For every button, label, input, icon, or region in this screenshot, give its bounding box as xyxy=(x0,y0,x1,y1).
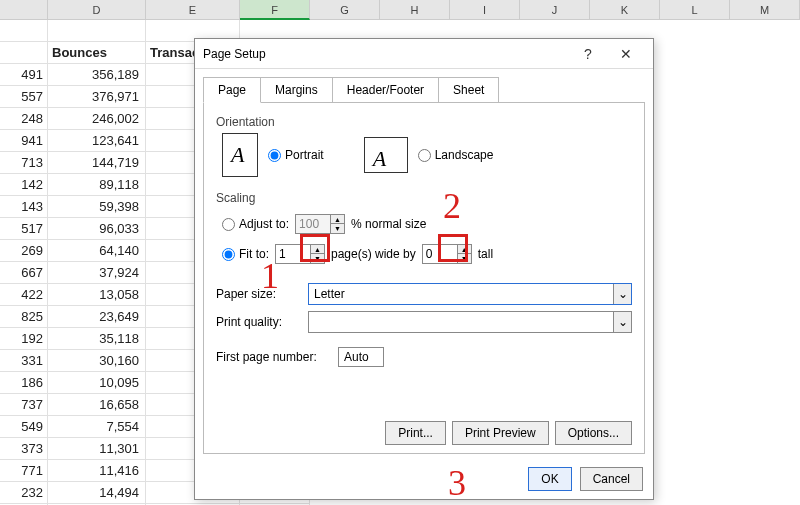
landscape-radio-label: Landscape xyxy=(435,148,494,162)
dialog-footer: OK Cancel xyxy=(528,467,643,491)
paper-size-label: Paper size: xyxy=(216,287,300,301)
paper-size-value: Letter xyxy=(309,284,613,304)
portrait-radio-input[interactable] xyxy=(268,149,281,162)
cancel-button[interactable]: Cancel xyxy=(580,467,643,491)
ok-button[interactable]: OK xyxy=(528,467,571,491)
page-setup-dialog: Page Setup ? ✕ PageMarginsHeader/FooterS… xyxy=(194,38,654,500)
column-header[interactable]: H xyxy=(380,0,450,20)
dialog-titlebar: Page Setup ? ✕ xyxy=(195,39,653,69)
print-quality-row: Print quality: ⌄ xyxy=(216,311,632,333)
column-header[interactable]: G xyxy=(310,0,380,20)
help-icon[interactable]: ? xyxy=(569,46,607,62)
adjust-to-label: Adjust to: xyxy=(239,217,289,231)
tab-header-footer[interactable]: Header/Footer xyxy=(332,77,439,103)
column-header[interactable]: D xyxy=(48,0,146,20)
scaling-group: Adjust to: ▲▼ % normal size Fit to: ▲▼ p… xyxy=(222,209,632,269)
print-quality-dropdown[interactable]: ⌄ xyxy=(308,311,632,333)
spinner-down-icon[interactable]: ▼ xyxy=(310,254,324,263)
print-quality-label: Print quality: xyxy=(216,315,300,329)
spinner-up-icon[interactable]: ▲ xyxy=(310,245,324,254)
landscape-icon xyxy=(364,137,408,173)
column-header[interactable]: L xyxy=(660,0,730,20)
fit-wide-suffix: page(s) wide by xyxy=(331,247,416,261)
fit-tall-suffix: tall xyxy=(478,247,493,261)
portrait-icon xyxy=(222,133,258,177)
first-page-row: First page number: Auto xyxy=(216,347,632,367)
close-icon[interactable]: ✕ xyxy=(607,46,645,62)
column-header[interactable]: E xyxy=(146,0,240,20)
chevron-down-icon[interactable]: ⌄ xyxy=(613,284,631,304)
fit-to-label: Fit to: xyxy=(239,247,269,261)
orientation-label: Orientation xyxy=(216,115,632,129)
adjust-to-radio[interactable]: Adjust to: xyxy=(222,217,289,231)
column-header[interactable]: J xyxy=(520,0,590,20)
print-button[interactable]: Print... xyxy=(385,421,446,445)
print-quality-value xyxy=(309,312,613,332)
callout-number-3: 3 xyxy=(448,462,466,504)
first-page-input[interactable]: Auto xyxy=(338,347,384,367)
fit-tall-spinner[interactable]: ▲▼ xyxy=(422,244,472,264)
spinner-down-icon[interactable]: ▼ xyxy=(330,224,344,233)
fit-to-radio-input[interactable] xyxy=(222,248,235,261)
fit-tall-input[interactable] xyxy=(423,245,457,263)
landscape-radio-input[interactable] xyxy=(418,149,431,162)
first-page-label: First page number: xyxy=(216,350,330,364)
panel-buttons: Print... Print Preview Options... xyxy=(385,421,632,445)
adjust-to-suffix: % normal size xyxy=(351,217,426,231)
portrait-radio-label: Portrait xyxy=(285,148,324,162)
options-button[interactable]: Options... xyxy=(555,421,632,445)
print-preview-button[interactable]: Print Preview xyxy=(452,421,549,445)
fit-wide-spinner[interactable]: ▲▼ xyxy=(275,244,325,264)
adjust-to-radio-input[interactable] xyxy=(222,218,235,231)
spinner-up-icon[interactable]: ▲ xyxy=(457,245,471,254)
portrait-radio[interactable]: Portrait xyxy=(268,148,324,162)
chevron-down-icon[interactable]: ⌄ xyxy=(613,312,631,332)
tab-page[interactable]: Page xyxy=(203,77,261,103)
column-header[interactable]: K xyxy=(590,0,660,20)
column-header[interactable]: M xyxy=(730,0,800,20)
column-header[interactable]: F xyxy=(240,0,310,20)
header-bounces[interactable]: Bounces xyxy=(48,42,146,64)
spinner-down-icon[interactable]: ▼ xyxy=(457,254,471,263)
column-header[interactable]: I xyxy=(450,0,520,20)
dialog-tabs: PageMarginsHeader/FooterSheet xyxy=(195,69,653,103)
paper-size-row: Paper size: Letter ⌄ xyxy=(216,283,632,305)
page-tab-panel: Orientation Portrait Landscape Scaling A… xyxy=(203,102,645,454)
tab-margins[interactable]: Margins xyxy=(260,77,333,103)
landscape-radio[interactable]: Landscape xyxy=(418,148,494,162)
scaling-label: Scaling xyxy=(216,191,632,205)
orientation-group: Portrait Landscape xyxy=(222,133,632,177)
fit-to-radio[interactable]: Fit to: xyxy=(222,247,269,261)
adjust-to-input[interactable] xyxy=(296,215,330,233)
adjust-to-spinner[interactable]: ▲▼ xyxy=(295,214,345,234)
spinner-up-icon[interactable]: ▲ xyxy=(330,215,344,224)
fit-wide-input[interactable] xyxy=(276,245,310,263)
paper-size-dropdown[interactable]: Letter ⌄ xyxy=(308,283,632,305)
dialog-title: Page Setup xyxy=(203,47,569,61)
tab-sheet[interactable]: Sheet xyxy=(438,77,499,103)
